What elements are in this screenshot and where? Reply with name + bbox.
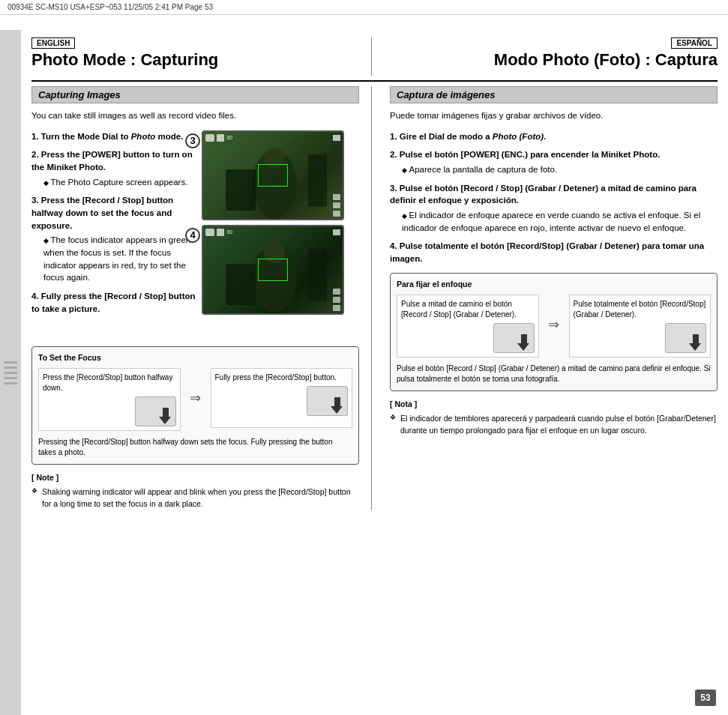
espanol-step-4-text: 4. Pulse totalmente el botón [Record/Sto… [390, 241, 704, 263]
focus-step-2-text: Fully press the [Record/Stop] button. [215, 373, 337, 381]
step-4-text: 4. Fully press the [Record / Stop] butto… [31, 292, 196, 313]
english-title-col: ENGLISH Photo Mode : Capturing [31, 37, 372, 76]
body-columns: Capturing Images You can take still imag… [31, 86, 718, 510]
espanol-step-3-text: 3. Pulse el botón [Record / Stop] (Graba… [390, 184, 697, 205]
left-sidebar-strip [0, 30, 21, 715]
focus-step-1-area: Press the [Record/Stop] button halfway d… [38, 368, 181, 431]
espanol-steps: 1. Gire el Dial de modo a Photo (Foto). … [390, 130, 718, 265]
camera-4-container: 4 30 [202, 225, 359, 315]
espanol-label: ESPAÑOL [671, 37, 718, 49]
english-label: ENGLISH [31, 37, 75, 49]
english-note: [ Note ] Shaking warning indicator will … [31, 472, 359, 510]
svg-rect-6 [226, 264, 256, 305]
camera-4-label: 4 [185, 228, 200, 243]
sidebar-line [4, 361, 17, 363]
arrow-body-2 [334, 397, 340, 406]
focus-es-step-2-text: Pulse totalmente el botón [Record/Stop] … [574, 300, 706, 319]
arrow-down-icon-2 [331, 406, 343, 414]
camera-4-box: 30 [202, 225, 344, 315]
hand-cam-es-1 [493, 323, 535, 353]
espanol-step-2-sub: Aparece la pantalla de captura de foto. [402, 163, 718, 176]
espanol-step-3: 3. Pulse el botón [Record / Stop] (Graba… [390, 182, 718, 235]
step-3-text: 3. Press the [Record / Stop] button half… [31, 196, 173, 229]
espanol-focus-diagram: Para fijar el enfoque Pulse a mitad de c… [390, 273, 718, 391]
espanol-page-title: Modo Photo (Foto) : Captura [390, 50, 718, 70]
english-intro: You can take still images as well as rec… [31, 109, 359, 122]
english-focus-row: Press the [Record/Stop] button halfway d… [38, 368, 352, 431]
english-focus-bottom-text: Pressing the [Record/Stop] button halfwa… [38, 437, 352, 458]
espanol-focus-title: Para fijar el enfoque [397, 280, 711, 289]
focus-es-step-2-area: Pulse totalmente el botón [Record/Stop] … [569, 295, 712, 358]
arrow-body-1 [163, 408, 169, 417]
focus-step-1-text-box: Press the [Record/Stop] button halfway d… [38, 368, 181, 431]
focus-es-step-2-text-box: Pulse totalmente el botón [Record/Stop] … [569, 295, 712, 358]
english-focus-diagram: To Set the Focus Press the [Record/Stop]… [31, 346, 359, 465]
espanol-note-item: El indicador de temblores aparecerá y pa… [390, 413, 718, 437]
espanol-title-col: ESPAÑOL Modo Photo (Foto) : Captura [387, 37, 718, 76]
espanol-focus-row: Pulse a mitad de camino el botón [Record… [397, 295, 711, 358]
camera-3-box: 30 [202, 130, 344, 220]
camera-3-bottom-icons [333, 194, 340, 217]
focus-es-step-1-illus [401, 323, 535, 353]
focus-es-step-2-illus [574, 323, 707, 353]
arrow-right-es-icon: ⇒ [545, 316, 563, 334]
camera-3-focus-box [258, 164, 288, 187]
focus-step-1-illustration [43, 396, 176, 426]
arrow-down-es-2 [689, 343, 701, 351]
english-column: Capturing Images You can take still imag… [31, 86, 372, 510]
svg-rect-3 [308, 154, 327, 207]
english-section-header: Capturing Images [31, 86, 359, 103]
camera-images-area: 3 30 [202, 130, 359, 333]
svg-rect-7 [308, 249, 327, 301]
espanol-focus-bottom-text: Pulse el botón [Record / Stop] (Grabar /… [397, 363, 711, 384]
step-1-text: Turn the Mode Dial to Photo mode. [41, 132, 184, 141]
espanol-section-header: Captura de imágenes [390, 86, 718, 103]
english-lang-label: ENGLISH [31, 37, 359, 50]
english-note-title: [ Note ] [31, 472, 359, 484]
main-content: ENGLISH Photo Mode : Capturing ESPAÑOL M… [21, 30, 728, 715]
camera-4-screen: 30 [203, 226, 343, 313]
english-page-title: Photo Mode : Capturing [31, 50, 359, 70]
camera-3-container: 3 30 [202, 130, 359, 220]
sidebar-line [4, 372, 17, 374]
focus-step-2-illustration [215, 386, 349, 416]
espanol-intro: Puede tomar imágenes fijas y grabar arch… [390, 109, 718, 122]
step-1-num: 1. [31, 132, 41, 141]
hand-cam-es-2 [665, 323, 706, 353]
step-2-text: 2. Press the [POWER] button to turn on t… [31, 150, 193, 172]
espanol-step-3-sub: El indicador de enfoque aparece en verde… [402, 209, 718, 234]
arrow-right-icon: ⇒ [187, 389, 205, 407]
hand-cam-1 [135, 396, 176, 426]
espanol-step-2-text: 2. Pulse el botón [POWER] (ENC.) para en… [390, 150, 660, 159]
camera-3-label: 3 [185, 133, 200, 148]
camera-4-focus-box [258, 259, 288, 281]
arrow-down-es-1 [517, 343, 529, 351]
focus-es-step-1-text-box: Pulse a mitad de camino el botón [Record… [397, 295, 539, 358]
hand-cam-2 [307, 386, 348, 416]
focus-step-2-text-box: Fully press the [Record/Stop] button. [211, 368, 353, 428]
arrow-body-es-2 [693, 334, 699, 343]
camera-4-bottom-icons [333, 289, 340, 311]
page-number: 53 [695, 690, 716, 706]
espanol-note: [ Nota ] El indicador de temblores apare… [390, 399, 718, 437]
sidebar-line [4, 382, 17, 384]
sidebar-line [4, 366, 17, 369]
espanol-step-1: 1. Gire el Dial de modo a Photo (Foto). [390, 130, 718, 143]
focus-es-step-1-area: Pulse a mitad de camino el botón [Record… [397, 295, 539, 358]
espanol-step-1-text: 1. Gire el Dial de modo a Photo (Foto). [390, 132, 546, 141]
focus-es-step-1-text: Pulse a mitad de camino el botón [Record… [401, 300, 517, 319]
focus-step-2-area: Fully press the [Record/Stop] button. [211, 368, 353, 428]
top-bar: 00934E SC-MS10 USA+ESP~053 11/25/05 2:41… [0, 0, 728, 15]
espanol-column: Captura de imágenes Puede tomar imágenes… [387, 86, 718, 510]
focus-step-1-text: Press the [Record/Stop] button halfway d… [43, 373, 172, 392]
camera-3-screen: 30 [203, 132, 343, 219]
arrow-down-icon-1 [159, 417, 171, 424]
sidebar-line [4, 377, 17, 379]
english-note-item: Shaking warning indicator will appear an… [31, 486, 359, 510]
svg-rect-2 [226, 169, 256, 211]
arrow-body-es-1 [521, 334, 527, 343]
titles-row: ENGLISH Photo Mode : Capturing ESPAÑOL M… [31, 37, 718, 82]
espanol-step-2: 2. Pulse el botón [POWER] (ENC.) para en… [390, 148, 718, 175]
english-focus-title: To Set the Focus [38, 353, 352, 362]
espanol-note-title: [ Nota ] [390, 399, 718, 411]
